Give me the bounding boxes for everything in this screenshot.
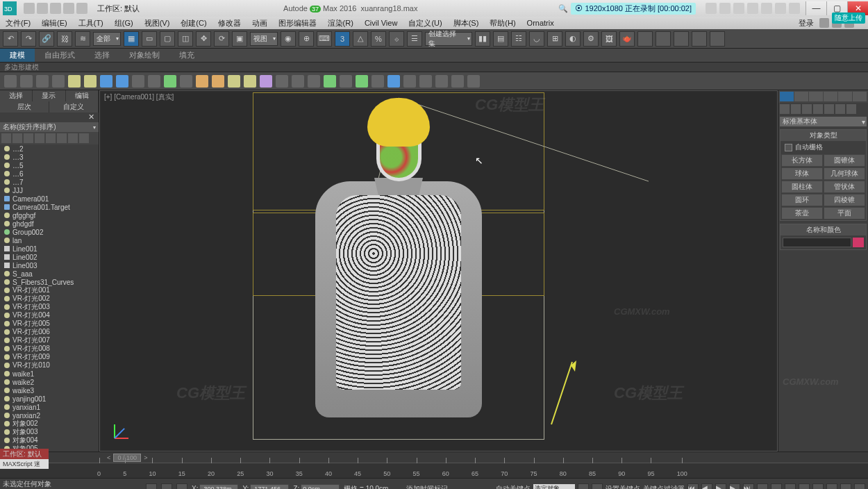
rib-ico-17[interactable] xyxy=(260,75,272,88)
prim-pyramid[interactable]: 四棱锥 xyxy=(824,194,865,206)
workspace-label[interactable]: 工作区: 默认 xyxy=(92,3,145,14)
lp-fi-7[interactable] xyxy=(68,133,78,143)
scene-item[interactable]: VR-灯光010 xyxy=(0,361,99,370)
layers-icon[interactable]: ☷ xyxy=(511,31,526,47)
isolate-icon[interactable] xyxy=(161,483,172,490)
prim-torus[interactable]: 圆环 xyxy=(781,194,823,206)
shapes-icon[interactable] xyxy=(791,104,801,114)
menu-file[interactable]: 文件(F) xyxy=(0,18,36,28)
scene-item[interactable]: waike3 xyxy=(0,386,99,395)
spinner-snap-icon[interactable]: ⟐ xyxy=(389,31,404,47)
rib-ico-24[interactable] xyxy=(372,75,384,88)
move-icon[interactable]: ✥ xyxy=(196,31,211,47)
lp-fi-2[interactable] xyxy=(12,133,22,143)
qat-open-icon[interactable] xyxy=(37,3,48,14)
center-icon[interactable]: ◉ xyxy=(281,31,296,47)
select-rect-icon[interactable]: ▢ xyxy=(160,31,175,47)
undo-icon[interactable]: ↶ xyxy=(3,31,18,47)
rib-ico-3[interactable] xyxy=(36,75,49,88)
tb-extra-3[interactable] xyxy=(674,31,689,47)
ribbon-modeling[interactable]: 建模 xyxy=(0,49,35,62)
prim-box[interactable]: 长方体 xyxy=(781,154,823,167)
coord-z-input[interactable] xyxy=(301,484,340,490)
lights-icon[interactable] xyxy=(802,104,812,114)
scene-item[interactable]: …3 xyxy=(0,153,99,161)
scene-item[interactable]: Group002 xyxy=(0,228,99,236)
workspace-bar[interactable]: 工作区: 默认 xyxy=(0,449,49,459)
coord-y-input[interactable] xyxy=(250,484,289,490)
scene-item[interactable]: yanjing001 xyxy=(0,395,99,403)
render-icon[interactable]: 🫖 xyxy=(619,31,635,47)
nav-2-icon[interactable] xyxy=(771,483,782,490)
play-prev-icon[interactable]: ◀ xyxy=(701,483,712,490)
lp-tab-select[interactable]: 选择 xyxy=(0,90,33,101)
rib-ico-25[interactable] xyxy=(387,75,400,88)
lp-sub-custom[interactable]: 自定义 xyxy=(49,101,99,113)
material-editor-icon[interactable]: ◐ xyxy=(565,31,581,47)
angle-snap-icon[interactable]: △ xyxy=(353,31,368,47)
coord-x-input[interactable] xyxy=(199,484,238,490)
rib-ico-23[interactable] xyxy=(356,75,368,88)
rib-ico-1[interactable] xyxy=(4,75,17,88)
time-slider[interactable]: < 0 / 100 > xyxy=(0,451,868,463)
helpers-icon[interactable] xyxy=(824,104,834,114)
rib-ico-30[interactable] xyxy=(467,75,480,88)
primitives-dropdown[interactable]: 标准基本体 xyxy=(780,117,867,126)
rib-ico-4[interactable] xyxy=(52,75,65,88)
prim-cylinder[interactable]: 圆柱体 xyxy=(781,181,823,193)
title-icon-3[interactable] xyxy=(733,3,744,14)
rib-ico-15[interactable] xyxy=(228,75,240,88)
manip-icon[interactable]: ⊕ xyxy=(299,31,314,47)
play-start-icon[interactable]: ⏮ xyxy=(687,483,699,490)
scene-item[interactable]: Line003 xyxy=(0,261,99,270)
scene-item[interactable]: JJJ xyxy=(0,186,99,194)
scene-item[interactable]: ghdgdf xyxy=(0,219,99,228)
lp-close-button[interactable]: ✕ xyxy=(0,113,99,122)
rib-ico-22[interactable] xyxy=(340,75,352,88)
prim-plane[interactable]: 平面 xyxy=(824,207,865,219)
viewport-label[interactable]: [+] [Camera001] [真实] xyxy=(104,92,174,102)
prim-tube[interactable]: 管状体 xyxy=(824,181,865,193)
tb-extra-1[interactable] xyxy=(637,31,653,47)
scene-item[interactable]: S_aaa xyxy=(0,270,99,278)
rib-ico-11[interactable] xyxy=(164,75,176,88)
nav-4-icon[interactable] xyxy=(799,483,810,490)
selection-dropdown[interactable]: 选定对象 xyxy=(533,484,575,490)
ribbon-selection[interactable]: 选择 xyxy=(85,49,119,62)
geom-icon[interactable] xyxy=(780,104,790,114)
scene-item[interactable]: Camera001 xyxy=(0,194,99,203)
hierarchy-tab-icon[interactable] xyxy=(809,92,823,101)
scene-tree[interactable]: …2…3…5…6…7JJJCamera001Camera001.Targetgf… xyxy=(0,144,99,451)
key-icon-1[interactable] xyxy=(578,483,589,490)
select-name-icon[interactable]: ▭ xyxy=(142,31,157,47)
motion-tab-icon[interactable] xyxy=(824,92,837,101)
scene-item[interactable]: …5 xyxy=(0,161,99,169)
time-track[interactable]: 0510152025303540455055606570758085909510… xyxy=(0,463,868,478)
rib-ico-9[interactable] xyxy=(132,75,144,88)
lp-fi-4[interactable] xyxy=(35,133,44,143)
menu-help[interactable]: 帮助(H) xyxy=(484,18,521,28)
rib-ico-13[interactable] xyxy=(196,75,208,88)
ribbon-paint[interactable]: 对象绘制 xyxy=(119,49,169,62)
menu-animation[interactable]: 动画 xyxy=(247,18,273,28)
snap-toggle[interactable]: 3 xyxy=(335,31,350,47)
qat-new-icon[interactable] xyxy=(24,3,35,14)
rib-ico-28[interactable] xyxy=(435,75,448,88)
render-setup-icon[interactable]: ⚙ xyxy=(583,31,599,47)
ref-coord[interactable]: 视图 xyxy=(250,32,278,46)
rib-ico-18[interactable] xyxy=(276,75,288,88)
prim-teapot[interactable]: 茶壶 xyxy=(781,207,823,219)
ribbon-populate[interactable]: 填充 xyxy=(169,49,204,62)
ribbon-freeform[interactable]: 自由形式 xyxy=(35,49,85,62)
bind-icon[interactable]: ≋ xyxy=(75,31,90,47)
nav-5-icon[interactable] xyxy=(812,483,824,490)
menu-script[interactable]: 脚本(S) xyxy=(448,18,485,28)
object-name-field[interactable] xyxy=(783,238,851,247)
align-icon[interactable]: ▤ xyxy=(493,31,508,47)
rib-ico-12[interactable] xyxy=(180,75,192,88)
systems-icon[interactable] xyxy=(846,104,856,114)
rib-ico-14[interactable] xyxy=(212,75,224,88)
rotate-icon[interactable]: ⟳ xyxy=(214,31,229,47)
rib-ico-21[interactable] xyxy=(324,75,336,88)
rib-ico-26[interactable] xyxy=(403,75,416,88)
